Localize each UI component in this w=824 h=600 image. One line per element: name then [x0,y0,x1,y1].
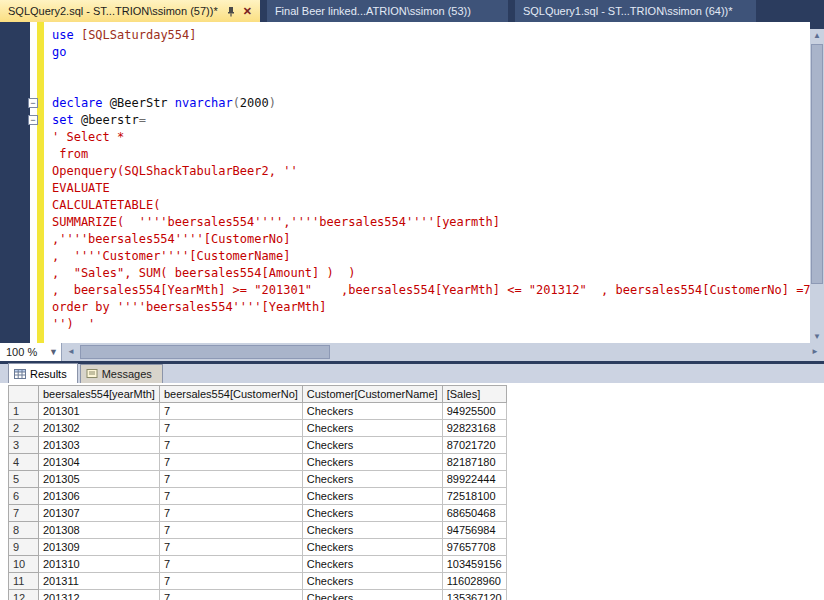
tab-results[interactable]: Results [8,363,78,383]
code-line[interactable]: Openquery(SQLShackTabularBeer2, '' [52,163,810,180]
code-line[interactable] [52,61,810,78]
grid-row-number[interactable]: 4 [9,454,39,471]
vertical-scroll-thumb[interactable] [811,44,823,284]
grid-cell[interactable]: 89922444 [442,471,506,488]
grid-corner-cell[interactable] [9,386,39,403]
grid-cell[interactable]: 7 [159,420,302,437]
grid-cell[interactable]: 201307 [39,505,160,522]
scroll-up-icon[interactable]: ▲ [810,30,824,42]
tab-sqlquery2[interactable]: SQLQuery2.sql - ST...TRION\ssimon (57))*… [0,0,260,22]
chevron-down-icon[interactable]: ▼ [46,347,61,357]
grid-cell[interactable]: 201301 [39,403,160,420]
grid-cell[interactable]: 7 [159,454,302,471]
grid-cell[interactable]: 201305 [39,471,160,488]
grid-column-header[interactable]: beersales554[CustomerNo] [159,386,302,403]
grid-cell[interactable]: Checkers [302,522,442,539]
code-line[interactable] [52,78,810,95]
grid-cell[interactable]: Checkers [302,420,442,437]
grid-cell[interactable]: 201312 [39,590,160,600]
grid-cell[interactable]: 116028960 [442,573,506,590]
code-line[interactable]: , "Sales", SUM( beersales554[Amount] ) ) [52,265,810,282]
grid-cell[interactable]: Checkers [302,403,442,420]
code-line[interactable]: go [52,44,810,61]
grid-cell[interactable]: 201308 [39,522,160,539]
grid-cell[interactable]: 7 [159,522,302,539]
grid-column-header[interactable]: [Sales] [442,386,506,403]
code-line[interactable]: use [SQLSaturday554] [52,27,810,44]
grid-row-number[interactable]: 5 [9,471,39,488]
grid-cell[interactable]: 201309 [39,539,160,556]
splitter-grip[interactable] [810,22,824,29]
grid-cell[interactable]: 201303 [39,437,160,454]
grid-cell[interactable]: 7 [159,437,302,454]
grid-cell[interactable]: Checkers [302,454,442,471]
grid-row-number[interactable]: 7 [9,505,39,522]
grid-column-header[interactable]: Customer[CustomerName] [302,386,442,403]
grid-cell[interactable]: Checkers [302,573,442,590]
grid-cell[interactable]: 7 [159,471,302,488]
grid-cell[interactable]: 135367120 [442,590,506,600]
grid-row-number[interactable]: 11 [9,573,39,590]
code-line[interactable]: from [52,146,810,163]
grid-cell[interactable]: 201302 [39,420,160,437]
code-line[interactable]: −set @beerstr= [52,112,810,129]
grid-row-number[interactable]: 9 [9,539,39,556]
grid-cell[interactable]: 72518100 [442,488,506,505]
grid-row-number[interactable]: 10 [9,556,39,573]
grid-cell[interactable]: 7 [159,573,302,590]
grid-row-number[interactable]: 6 [9,488,39,505]
code-editor[interactable]: use [SQLSaturday554]go −declare @BeerStr… [0,22,824,343]
scroll-down-icon[interactable]: ▼ [810,331,824,343]
tab-messages[interactable]: Messages [80,364,163,383]
code-line[interactable] [52,333,810,343]
grid-cell[interactable]: Checkers [302,590,442,600]
grid-cell[interactable]: 68650468 [442,505,506,522]
code-line[interactable]: SUMMARIZE( ''''beersales554'''',''''beer… [52,214,810,231]
code-line[interactable]: order by ''''beersales554''''[YearMth] [52,299,810,316]
grid-cell[interactable]: Checkers [302,556,442,573]
scroll-right-icon[interactable]: ► [808,343,822,361]
code-line[interactable]: , beersales554[YearMth] >= "201301" ,bee… [52,282,810,299]
grid-row-number[interactable]: 3 [9,437,39,454]
grid-cell[interactable]: 94756984 [442,522,506,539]
code-line[interactable]: ,''''beersales554''''[CustomerNo] [52,231,810,248]
grid-cell[interactable]: Checkers [302,539,442,556]
tab-sqlquery1[interactable]: SQLQuery1.sql - ST...TRION\ssimon (64))* [515,0,756,22]
grid-cell[interactable]: 7 [159,505,302,522]
grid-cell[interactable]: 87021720 [442,437,506,454]
grid-cell[interactable]: 82187180 [442,454,506,471]
grid-cell[interactable]: 7 [159,403,302,420]
grid-cell[interactable]: 7 [159,556,302,573]
grid-cell[interactable]: 97657708 [442,539,506,556]
horizontal-scroll-thumb[interactable] [80,345,330,359]
scroll-left-icon[interactable]: ◄ [64,343,78,361]
fold-collapse-icon[interactable]: − [28,115,38,125]
code-line[interactable]: '') ' [52,316,810,333]
grid-cell[interactable]: 92823168 [442,420,506,437]
grid-row-number[interactable]: 12 [9,590,39,600]
grid-cell[interactable]: Checkers [302,471,442,488]
grid-cell[interactable]: 7 [159,488,302,505]
grid-row-number[interactable]: 1 [9,403,39,420]
grid-cell[interactable]: 201311 [39,573,160,590]
grid-cell[interactable]: Checkers [302,437,442,454]
grid-row-number[interactable]: 8 [9,522,39,539]
grid-cell[interactable]: 201310 [39,556,160,573]
pin-icon[interactable] [226,6,236,17]
results-grid[interactable]: beersales554[yearMth]beersales554[Custom… [8,385,507,600]
grid-cell[interactable]: 201306 [39,488,160,505]
code-line[interactable]: ' Select * [52,129,810,146]
grid-cell[interactable]: 103459156 [442,556,506,573]
fold-collapse-icon[interactable]: − [28,98,38,108]
grid-cell[interactable]: 201304 [39,454,160,471]
close-icon[interactable]: ✕ [243,5,252,18]
zoom-combobox[interactable]: 100 % ▼ [0,343,62,361]
editor-vertical-scrollbar[interactable]: ▲ ▼ [810,22,824,343]
grid-cell[interactable]: Checkers [302,505,442,522]
code-line[interactable]: EVALUATE [52,180,810,197]
grid-cell[interactable]: Checkers [302,488,442,505]
grid-cell[interactable]: 94925500 [442,403,506,420]
grid-column-header[interactable]: beersales554[yearMth] [39,386,160,403]
code-line[interactable]: −declare @BeerStr nvarchar(2000) [52,95,810,112]
code-line[interactable]: CALCULATETABLE( [52,197,810,214]
